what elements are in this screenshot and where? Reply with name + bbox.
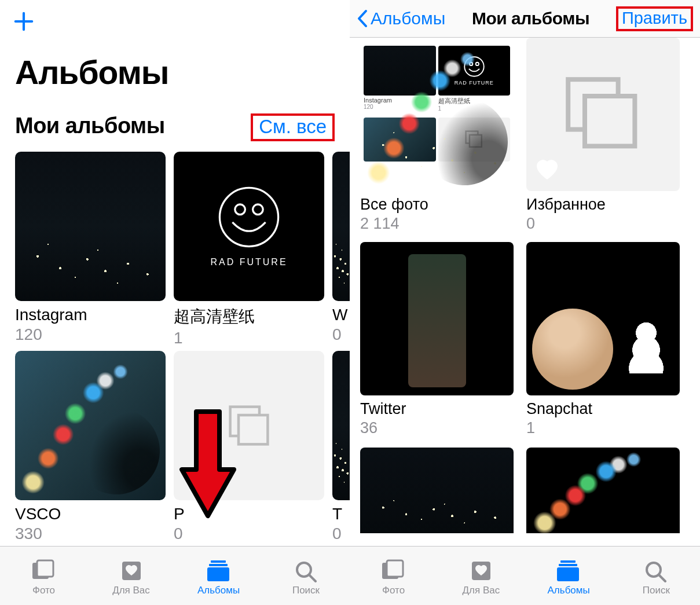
svg-rect-19 (585, 96, 635, 146)
svg-rect-24 (559, 564, 577, 566)
album-thumbnail: RAD FUTURE (174, 152, 324, 301)
photo-icon (381, 559, 406, 582)
annotation-arrow-down (176, 406, 240, 524)
svg-rect-10 (207, 567, 229, 581)
section-title: Мои альбомы (15, 113, 165, 138)
svg-rect-8 (211, 560, 226, 563)
album-count: 36 (360, 419, 514, 437)
nav-title: Мои альбомы (445, 9, 616, 28)
svg-rect-21 (387, 560, 403, 577)
tab-search[interactable]: Поиск (269, 559, 344, 596)
album-wallpapers[interactable]: RAD FUTURE 超高清壁纸 1 (174, 152, 324, 347)
annotation-box-edit: Править (616, 6, 693, 31)
search-icon (294, 559, 319, 582)
screenshot-left: Альбомы Мои альбомы См. все Instagram 12… (0, 0, 350, 605)
edit-button[interactable]: Править (622, 9, 687, 27)
photo-icon (31, 559, 57, 582)
tab-for-you[interactable]: Для Вас (444, 559, 519, 596)
tab-bar: Фото Для Вас Альбомы Поиск (0, 546, 350, 605)
album-thumbnail (526, 448, 680, 533)
page-title: Альбомы (0, 39, 350, 97)
album-count: 0 (332, 325, 350, 344)
albums-icon (556, 559, 581, 582)
album-name: VSCO (15, 505, 166, 523)
svg-rect-9 (209, 564, 228, 566)
album-name: Избранное (526, 196, 680, 214)
album-name: Snapchat (526, 400, 680, 418)
svg-point-1 (235, 204, 245, 215)
nav-bar: Альбомы Мои альбомы Править (350, 0, 700, 37)
album-count: 0 (526, 215, 680, 233)
tab-albums[interactable]: Альбомы (531, 559, 606, 596)
album-thumbnail: Instagram 120 RAD FUTURE 超高清壁紙 1 (360, 38, 514, 178)
album-all-photos[interactable]: Instagram 120 RAD FUTURE 超高清壁紙 1 (360, 38, 514, 240)
album-count: 120 (15, 325, 166, 344)
album-cut-2[interactable]: T 0 (332, 351, 350, 543)
album-count: 2 114 (360, 215, 514, 233)
album-name: T (332, 505, 350, 523)
svg-point-0 (219, 188, 278, 246)
album-thumbnail (360, 242, 514, 395)
tab-bar: Фото Для Вас Альбомы Поиск (350, 546, 700, 605)
album-thumbnail-empty (526, 38, 680, 191)
svg-rect-23 (560, 560, 576, 563)
tab-photo[interactable]: Фото (356, 559, 431, 596)
add-icon[interactable] (13, 24, 35, 34)
svg-point-2 (253, 204, 263, 215)
albums-grid: Instagram 120 RAD FUTURE 超高清壁纸 1 W 0 (0, 146, 350, 543)
tab-albums[interactable]: Альбомы (181, 559, 256, 596)
heart-icon (534, 157, 560, 183)
tab-photo[interactable]: Фото (6, 559, 82, 596)
annotation-box-see-all: См. все (251, 113, 335, 141)
album-thumbnail (360, 448, 514, 533)
back-button[interactable]: Альбомы (356, 9, 445, 28)
svg-rect-4 (239, 415, 267, 444)
album-thumbnail (332, 351, 350, 500)
section-header: Мои альбомы См. все (0, 97, 350, 146)
album-cut-1[interactable]: W 0 (332, 152, 350, 347)
album-count: 0 (332, 525, 350, 543)
stack-icon (557, 68, 650, 161)
svg-line-12 (309, 575, 316, 581)
album-vsco[interactable]: VSCO 330 (15, 351, 166, 543)
album-name: Все фото (360, 196, 514, 214)
svg-rect-6 (37, 560, 53, 577)
album-count: 1 (526, 419, 680, 437)
album-snapchat[interactable]: Snapchat 1 (526, 242, 680, 444)
screenshot-right: Альбомы Мои альбомы Править Instagram (350, 0, 700, 605)
album-name: W (332, 306, 350, 324)
album-name: 超高清壁纸 (174, 306, 324, 328)
album-name: Twitter (360, 400, 514, 418)
album-partial-1[interactable] (360, 448, 514, 533)
search-icon (643, 559, 669, 582)
chevron-left-icon (356, 9, 369, 28)
for-you-icon (119, 559, 144, 582)
nav-bar (0, 0, 350, 39)
for-you-icon (468, 559, 494, 582)
album-thumbnail (15, 152, 166, 301)
album-thumbnail (15, 351, 166, 500)
album-favorites[interactable]: Избранное 0 (526, 38, 680, 240)
album-thumbnail (332, 152, 350, 301)
album-count: 0 (174, 525, 324, 543)
svg-line-27 (659, 575, 665, 581)
album-count: 330 (15, 525, 166, 543)
albums-icon (206, 559, 232, 582)
album-instagram[interactable]: Instagram 120 (15, 152, 166, 347)
album-twitter[interactable]: Twitter 36 (360, 242, 514, 444)
album-count: 1 (174, 329, 324, 347)
album-partial-2[interactable] (526, 448, 680, 533)
tab-for-you[interactable]: Для Вас (94, 559, 169, 596)
albums-scroll[interactable]: Instagram 120 RAD FUTURE 超高清壁紙 1 (350, 38, 700, 605)
svg-rect-25 (557, 567, 579, 581)
album-name: Instagram (15, 306, 166, 324)
tab-search[interactable]: Поиск (618, 559, 694, 596)
albums-row-partial (360, 444, 690, 533)
see-all-link[interactable]: См. все (259, 116, 327, 137)
album-thumbnail (526, 242, 680, 395)
